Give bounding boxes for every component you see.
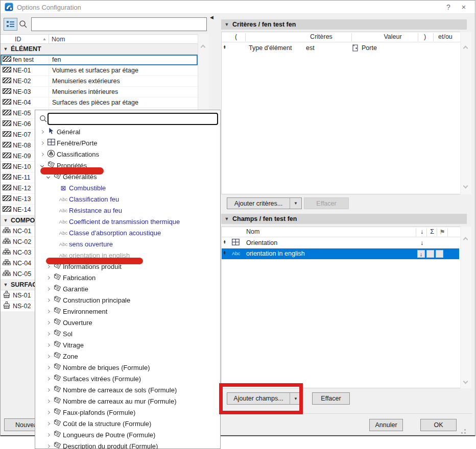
- tree-item-classe-d-absorption-acoustique[interactable]: AbcClasse d'absorption acoustique: [35, 227, 220, 238]
- criteria-scrollbar[interactable]: [461, 32, 471, 194]
- section-collapse-icon[interactable]: ▼: [221, 216, 232, 221]
- criteria-operator[interactable]: est: [306, 44, 315, 52]
- resize-grip[interactable]: [459, 427, 466, 434]
- chevron-right-icon[interactable]: [46, 287, 50, 290]
- tree-item-faux-plafonds-formule-[interactable]: Faux-plafonds (Formule): [35, 407, 220, 418]
- column-id[interactable]: ID: [15, 36, 21, 43]
- panel-collapse-icon[interactable]: ◀: [210, 15, 213, 20]
- list-item-ne-01[interactable]: NE-01Volumes et surfaces par étage: [1, 65, 198, 76]
- chevron-right-icon[interactable]: [46, 309, 50, 313]
- chevron-right-icon[interactable]: [46, 276, 50, 279]
- chevron-right-icon[interactable]: [40, 141, 43, 144]
- group-collapse-icon[interactable]: ▼: [1, 282, 11, 287]
- scroll-down-icon[interactable]: [463, 184, 468, 189]
- chevron-right-icon[interactable]: [46, 444, 50, 447]
- row-drag-handle[interactable]: ▴▾: [224, 240, 226, 244]
- section-collapse-icon[interactable]: ▼: [221, 22, 232, 27]
- tree-item-sol[interactable]: Sol: [35, 328, 220, 339]
- cancel-button[interactable]: Annuler: [369, 419, 403, 431]
- tree-item-construction-principale[interactable]: Construction principale: [35, 294, 220, 306]
- column-divider[interactable]: [49, 35, 49, 44]
- tree-item-combustible[interactable]: ⊠Combustible: [35, 182, 220, 193]
- tree-item-description-du-produit-formule-[interactable]: Description du produit (Formule): [35, 440, 220, 449]
- list-item-ne-02[interactable]: NE-02Menuiseries extérieures: [1, 76, 198, 87]
- tree-view-toggle-button[interactable]: [4, 18, 17, 31]
- tree-item-coefficient-de-transmission-thermique[interactable]: AbcCoefficient de transmission thermique: [35, 216, 220, 227]
- field-row-orientation-in-english[interactable]: ▴▾Abcorientation in english↓: [222, 248, 459, 259]
- list-item-ne-04[interactable]: NE-04Surfaces des pièces par étage: [1, 97, 198, 108]
- tree-item-longueurs-de-poutre-formule-[interactable]: Longueurs de Poutre (Formule): [35, 429, 220, 440]
- list-item-ne-03[interactable]: NE-03Menuiseries intérieures: [1, 87, 198, 97]
- chevron-right-icon[interactable]: [46, 343, 50, 346]
- tree-item-fen-tre-porte[interactable]: Fenêtre/Porte: [35, 137, 220, 148]
- chevron-right-icon[interactable]: [46, 433, 50, 436]
- criteria-section-header[interactable]: ▼ Critères / fen test fen: [221, 19, 467, 30]
- row-drag-handle[interactable]: ▴▾: [224, 45, 226, 49]
- group-collapse-icon[interactable]: ▼: [1, 218, 11, 223]
- chevron-down-icon[interactable]: [46, 174, 50, 178]
- flag-column-icon[interactable]: ⚑: [439, 228, 445, 236]
- clear-fields-button[interactable]: Effacer: [312, 392, 350, 405]
- scroll-up-icon[interactable]: [463, 46, 468, 51]
- tree-item-ouverture[interactable]: Ouverture: [35, 317, 220, 328]
- tree-item-fabrication[interactable]: Fabrication: [35, 272, 220, 283]
- criteria-row[interactable]: ▴▾Type d'élémentestPorte: [222, 43, 460, 54]
- tree-item-classification-feu[interactable]: AbcClassification feu: [35, 193, 220, 205]
- help-button[interactable]: ?: [442, 2, 455, 13]
- tree-item-zone[interactable]: Zone: [35, 351, 220, 362]
- group-collapse-icon[interactable]: ▼: [1, 46, 11, 52]
- ok-button[interactable]: OK: [420, 419, 457, 431]
- flag-toggle[interactable]: [436, 250, 443, 258]
- criteria-value[interactable]: Porte: [362, 44, 377, 52]
- chevron-right-icon[interactable]: [46, 421, 50, 425]
- close-icon[interactable]: ×: [457, 2, 470, 13]
- tree-item-r-sistance-au-feu[interactable]: AbcRésistance au feu: [35, 205, 220, 216]
- sort-column-icon[interactable]: ↓: [419, 228, 425, 235]
- sort-toggle[interactable]: ↓: [417, 250, 425, 258]
- sum-column-icon[interactable]: Σ: [429, 228, 435, 235]
- scroll-down-icon[interactable]: [463, 379, 468, 384]
- row-drag-handle[interactable]: ▴▾: [224, 251, 226, 255]
- chevron-right-icon[interactable]: [46, 377, 50, 380]
- fields-scrollbar[interactable]: [461, 227, 471, 388]
- tree-item-nombre-de-carreaux-de-sols-formule-[interactable]: Nombre de carreaux de sols (Formule): [35, 384, 220, 395]
- list-filter-input[interactable]: [31, 17, 207, 31]
- property-search-input[interactable]: [47, 113, 218, 125]
- chevron-right-icon[interactable]: [46, 298, 50, 302]
- list-item-fen-test[interactable]: fen testfen: [1, 55, 198, 65]
- clear-criteria-button[interactable]: Effacer: [304, 197, 349, 209]
- chevron-right-icon[interactable]: [40, 152, 43, 156]
- chevron-right-icon[interactable]: [46, 332, 50, 335]
- tree-item-co-t-de-la-structure-formule-[interactable]: Coût de la structure (Formule): [35, 418, 220, 429]
- chevron-right-icon[interactable]: [46, 410, 50, 414]
- chevron-right-icon[interactable]: [46, 365, 50, 369]
- chevron-right-icon[interactable]: [46, 388, 50, 391]
- tree-item-classifications[interactable]: Classifications: [35, 148, 220, 160]
- sort-indicator[interactable]: ↓: [417, 239, 426, 246]
- tree-item-nombre-de-briques-formule-[interactable]: Nombre de briques (Formule): [35, 362, 220, 373]
- scroll-up-icon[interactable]: [201, 45, 206, 50]
- chevron-right-icon[interactable]: [40, 130, 43, 133]
- chevron-right-icon[interactable]: [46, 320, 50, 324]
- tree-item-garantie[interactable]: Garantie: [35, 283, 220, 294]
- chevron-right-icon[interactable]: [46, 354, 50, 358]
- scroll-up-icon[interactable]: [463, 237, 468, 242]
- fields-section-header[interactable]: ▼ Champs / fen test fen: [221, 214, 467, 224]
- tree-item-environnement[interactable]: Environnement: [35, 306, 220, 317]
- chevron-right-icon[interactable]: [46, 399, 50, 403]
- tree-item-nombre-de-carreaux-au-mur-formule-[interactable]: Nombre de carreaux au mur (Formule): [35, 395, 220, 407]
- chevron-right-icon[interactable]: [46, 264, 50, 268]
- tree-item-g-n-ral[interactable]: Général: [35, 126, 220, 137]
- tree-item-surfaces-vitr-es-formule-[interactable]: Surfaces vitrées (Formule): [35, 373, 220, 384]
- list-group-row[interactable]: ▼ÉLÉMENT: [1, 44, 198, 55]
- sum-toggle[interactable]: [426, 250, 434, 258]
- tree-item-vitrage[interactable]: Vitrage: [35, 339, 220, 351]
- add-criteria-button[interactable]: Ajouter critères... ▼: [227, 197, 302, 209]
- tree-item-sens-ouverture[interactable]: Abcsens ouverture: [35, 238, 220, 250]
- column-name[interactable]: Nom: [52, 36, 65, 43]
- criteria-name[interactable]: Type d'élément: [249, 44, 292, 52]
- dropdown-arrow-icon[interactable]: ▼: [290, 198, 301, 209]
- field-row-orientation[interactable]: ▴▾Orientation↓: [222, 238, 459, 248]
- chevron-down-icon[interactable]: [40, 163, 43, 167]
- list-column-header[interactable]: ID ▲ Nom: [1, 34, 198, 44]
